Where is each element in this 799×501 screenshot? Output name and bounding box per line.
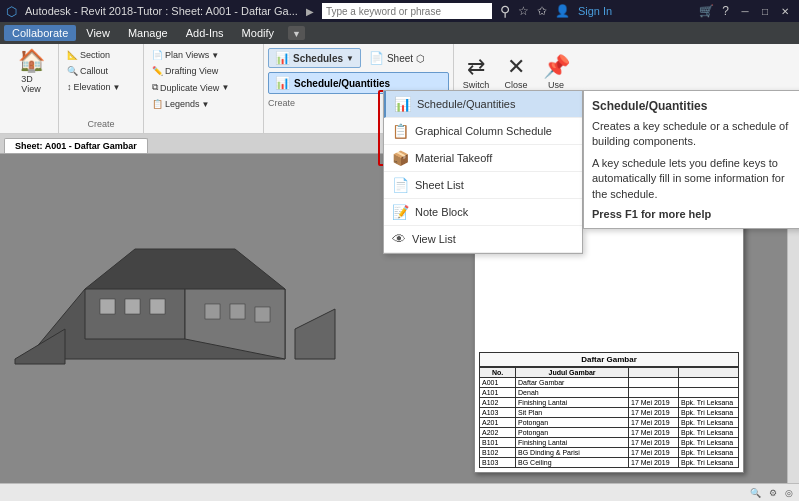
dropdown-sheetlist-icon: 📄 — [392, 177, 409, 193]
dropdown-item-sheetlist[interactable]: 📄 Sheet List — [384, 172, 582, 199]
drafting-label: Drafting View — [165, 66, 218, 76]
dropdown-item-viewlist[interactable]: 👁 View List — [384, 226, 582, 253]
dropdown-item-noteblock[interactable]: 📝 Note Block — [384, 199, 582, 226]
dropdown-graphical-label: Graphical Column Schedule — [415, 125, 552, 137]
elevation-icon: ↕ — [67, 82, 72, 92]
col-date — [629, 368, 679, 378]
3d-view-button[interactable]: 🏠 3DView — [13, 48, 49, 96]
nav-wheel-icon[interactable]: ◎ — [785, 488, 793, 498]
dropdown-sheetlist-label: Sheet List — [415, 179, 464, 191]
col-title: Judul Gambar — [516, 368, 629, 378]
schedules-dropdown-button[interactable]: 📊 Schedules ▼ — [268, 48, 361, 68]
title-block: Daftar Gambar No. Judul Gambar A001 Daft… — [475, 348, 743, 472]
duplicate-arrow: ▼ — [221, 83, 229, 92]
menu-view[interactable]: View — [78, 25, 118, 41]
table-row: A102 Finishing Lantai 17 Mei 2019 Bpk. T… — [480, 398, 739, 408]
menu-addins[interactable]: Add-Ins — [178, 25, 232, 41]
3d-view-icon: 🏠 — [18, 50, 45, 72]
table-row: B103 BG Ceiling 17 Mei 2019 Bpk. Tri Lek… — [480, 458, 739, 468]
tooltip-panel: Schedule/Quantities Creates a key schedu… — [583, 90, 799, 229]
switch-label: Switch — [463, 80, 490, 90]
plan-views-button[interactable]: 📄 Plan Views ▼ — [148, 48, 259, 62]
star-icon: ✩ — [537, 4, 547, 18]
menu-bar: Collaborate View Manage Add-Ins Modify ▼ — [0, 22, 799, 44]
maximize-button[interactable]: □ — [757, 4, 773, 18]
legends-icon: 📋 — [152, 99, 163, 109]
switch-button[interactable]: ⇄ Switch — [458, 54, 494, 92]
close-window-button[interactable]: ✕ — [777, 4, 793, 18]
svg-rect-6 — [125, 299, 140, 314]
person-icon: 👤 — [555, 4, 570, 18]
elevation-button[interactable]: ↕ Elevation ▼ — [63, 80, 139, 94]
table-row: A202 Potongan 17 Mei 2019 Bpk. Tri Leksa… — [480, 428, 739, 438]
callout-icon: 🔍 — [67, 66, 78, 76]
minimize-button[interactable]: ─ — [737, 4, 753, 18]
close-ribbon-button[interactable]: ✕ Close — [498, 54, 534, 92]
dropdown-list: 📊 Schedule/Quantities 📋 Graphical Column… — [383, 90, 583, 254]
use-icon: 📌 — [543, 56, 570, 78]
menu-modify[interactable]: Modify — [234, 25, 282, 41]
status-right: 🔍 ⚙ ◎ — [750, 488, 793, 498]
filter-icon: ☆ — [518, 4, 529, 18]
legends-button[interactable]: 📋 Legends ▼ — [148, 97, 259, 111]
callout-label: Callout — [80, 66, 108, 76]
table-row: B102 BG Dinding & Parisi 17 Mei 2019 Bpk… — [480, 448, 739, 458]
status-bar: 🔍 ⚙ ◎ — [0, 483, 799, 501]
svg-rect-5 — [100, 299, 115, 314]
sheet-expand-icon: ⬡ — [416, 53, 425, 64]
col-no: No. — [480, 368, 516, 378]
dropdown-graphical-icon: 📋 — [392, 123, 409, 139]
schedules-sheet-row: 📊 Schedules ▼ 📄 Sheet ⬡ — [268, 48, 449, 68]
section-label: Section — [80, 50, 110, 60]
cart-icon: 🛒 — [699, 4, 714, 18]
callout-button[interactable]: 🔍 Callout — [63, 64, 139, 78]
view-options-icon[interactable]: ⚙ — [769, 488, 777, 498]
sheet-icon: 📄 — [369, 51, 384, 65]
switch-icon: ⇄ — [467, 56, 485, 78]
dropdown-item-graphical[interactable]: 📋 Graphical Column Schedule — [384, 118, 582, 145]
dropdown-item-material[interactable]: 📦 Material Takeoff — [384, 145, 582, 172]
zoom-icon[interactable]: 🔍 — [750, 488, 761, 498]
keyword-search-input[interactable] — [322, 3, 492, 19]
use-button[interactable]: 📌 Use — [538, 54, 574, 92]
dropdown-material-label: Material Takeoff — [415, 152, 492, 164]
svg-rect-7 — [150, 299, 165, 314]
schedules-icon: 📊 — [275, 51, 290, 65]
tooltip-detail: A key schedule lets you define keys to a… — [592, 156, 794, 202]
svg-rect-8 — [205, 304, 220, 319]
title-bar: ⬡ Autodesk - Revit 2018-Tutor : Sheet: A… — [0, 0, 799, 22]
duplicate-icon: ⧉ — [152, 82, 158, 93]
ribbon: 🏠 3DView 📐 Section 🔍 Callout ↕ Elevation… — [0, 44, 799, 134]
schedule-quantities-icon: 📊 — [275, 76, 290, 90]
sign-in-link[interactable]: Sign In — [578, 5, 612, 17]
tooltip-help: Press F1 for more help — [592, 208, 794, 220]
table-header-row: No. Judul Gambar — [480, 368, 739, 378]
ribbon-group-section: 📐 Section 🔍 Callout ↕ Elevation ▼ Create — [59, 44, 144, 133]
svg-rect-9 — [230, 304, 245, 319]
legends-label: Legends — [165, 99, 200, 109]
ribbon-toggle[interactable]: ▼ — [288, 26, 305, 40]
drafting-view-button[interactable]: ✏️ Drafting View — [148, 64, 259, 78]
elevation-label: Elevation — [74, 82, 111, 92]
dropdown-schedule-label: Schedule/Quantities — [417, 98, 515, 110]
sheet-button[interactable]: 📄 Sheet ⬡ — [363, 49, 431, 67]
menu-collaborate[interactable]: Collaborate — [4, 25, 76, 41]
close-ribbon-icon: ✕ — [507, 56, 525, 78]
title-bar-left: ⬡ Autodesk - Revit 2018-Tutor : Sheet: A… — [6, 3, 612, 19]
title-block-header: Daftar Gambar — [479, 352, 739, 367]
legends-arrow: ▼ — [202, 100, 210, 109]
view-tab-sheet[interactable]: Sheet: A001 - Daftar Gambar — [4, 138, 148, 153]
section-button[interactable]: 📐 Section — [63, 48, 139, 62]
schedules-dropdown-menu: 📊 Schedule/Quantities 📋 Graphical Column… — [383, 90, 583, 254]
menu-manage[interactable]: Manage — [120, 25, 176, 41]
search-icon: ⚲ — [500, 3, 510, 19]
help-icon: ? — [722, 4, 729, 18]
duplicate-view-button[interactable]: ⧉ Duplicate View ▼ — [148, 80, 259, 95]
section-icon: 📐 — [67, 50, 78, 60]
dropdown-schedule-icon: 📊 — [394, 96, 411, 112]
schedules-arrow-icon: ▼ — [346, 54, 354, 63]
plan-views-icon: 📄 — [152, 50, 163, 60]
switch-close-row: ⇄ Switch ✕ Close 📌 Use — [458, 54, 574, 92]
isometric-drawing — [5, 169, 345, 389]
dropdown-item-schedule-quantities[interactable]: 📊 Schedule/Quantities — [384, 91, 582, 118]
